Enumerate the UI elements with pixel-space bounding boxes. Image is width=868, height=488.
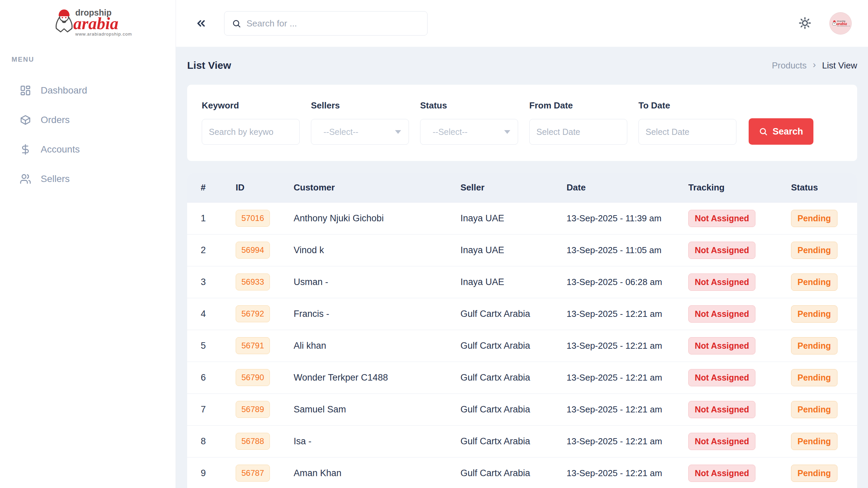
table-row: 4 56792 Francis - Gulf Cartx Arabia 13-S… — [187, 298, 857, 330]
col-header-status: Status — [777, 173, 857, 202]
double-chevron-left-icon — [195, 17, 207, 29]
user-avatar[interactable] — [829, 12, 852, 35]
chevron-right-icon: › — [813, 60, 816, 71]
sidebar-nav: Dashboard Orders Accounts Sellers — [0, 76, 176, 194]
order-id-badge[interactable]: 56792 — [236, 305, 270, 322]
content-area: List View Products › List View Keyword S… — [176, 47, 868, 488]
status-badge: Pending — [791, 337, 837, 354]
search-button[interactable]: Search — [749, 118, 813, 145]
status-badge: Pending — [791, 242, 837, 259]
status-badge: Pending — [791, 369, 837, 386]
avatar-logo-icon — [831, 19, 850, 27]
order-date: 13-Sep-2025 - 11:05 am — [553, 234, 675, 266]
order-date: 13-Sep-2025 - 12:21 am — [553, 457, 675, 488]
table-row: 8 56788 Isa - Gulf Cartx Arabia 13-Sep-2… — [187, 425, 857, 457]
tracking-badge: Not Assigned — [688, 465, 755, 482]
order-date: 13-Sep-2025 - 12:21 am — [553, 393, 675, 425]
accounts-dollar-icon — [20, 144, 31, 155]
search-button-label: Search — [772, 126, 803, 137]
sidebar-item-label: Accounts — [41, 144, 80, 155]
seller-name: Gulf Cartx Arabia — [447, 298, 553, 330]
status-badge: Pending — [791, 465, 837, 482]
sidebar: MENU Dashboard Orders Accounts — [0, 0, 176, 488]
sellers-select-value: --Select-- — [323, 127, 358, 137]
keyword-input[interactable] — [202, 119, 300, 145]
seller-name: Gulf Cartx Arabia — [447, 425, 553, 457]
order-date: 13-Sep-2025 - 12:21 am — [553, 330, 675, 362]
table-row: 2 56994 Vinod k Inaya UAE 13-Sep-2025 - … — [187, 234, 857, 266]
from-date-label: From Date — [529, 100, 627, 111]
tracking-badge: Not Assigned — [688, 242, 755, 259]
seller-name: Inaya UAE — [447, 234, 553, 266]
tracking-badge: Not Assigned — [688, 401, 755, 418]
sellers-select[interactable]: --Select-- — [311, 119, 409, 145]
tracking-badge: Not Assigned — [688, 210, 755, 227]
status-label: Status — [420, 100, 518, 111]
topbar — [176, 0, 868, 47]
seller-name: Gulf Cartx Arabia — [447, 362, 553, 393]
order-id-badge[interactable]: 56791 — [236, 337, 270, 354]
dropship-arabia-logo-icon — [48, 7, 133, 38]
customer-name: Anthony Njuki Gichobi — [280, 202, 447, 234]
sidebar-item-label: Orders — [41, 115, 70, 125]
customer-name: Usman - — [280, 266, 447, 298]
sidebar-item-sellers[interactable]: Sellers — [0, 164, 176, 194]
global-search — [224, 11, 428, 36]
keyword-field: Keyword — [202, 100, 300, 145]
row-number: 7 — [187, 393, 222, 425]
to-date-input[interactable] — [638, 119, 736, 145]
customer-name: Isa - — [280, 425, 447, 457]
order-id-badge[interactable]: 57016 — [236, 210, 270, 227]
order-id-badge[interactable]: 56789 — [236, 401, 270, 418]
page-title: List View — [187, 60, 231, 71]
sellers-users-icon — [20, 173, 31, 185]
tracking-badge: Not Assigned — [688, 369, 755, 386]
status-select[interactable]: --Select-- — [420, 119, 518, 145]
sellers-field: Sellers --Select-- — [311, 100, 409, 145]
global-search-input[interactable] — [246, 18, 420, 29]
status-select-value: --Select-- — [433, 127, 468, 137]
table-row: 7 56789 Samuel Sam Gulf Cartx Arabia 13-… — [187, 393, 857, 425]
order-id-badge[interactable]: 56788 — [236, 433, 270, 450]
row-number: 8 — [187, 425, 222, 457]
col-header-seller: Seller — [447, 173, 553, 202]
order-id-badge[interactable]: 56790 — [236, 369, 270, 386]
col-header-num: # — [187, 173, 222, 202]
seller-name: Gulf Cartx Arabia — [447, 457, 553, 488]
sidebar-item-orders[interactable]: Orders — [0, 105, 176, 135]
from-date-input[interactable] — [529, 119, 627, 145]
row-number: 2 — [187, 234, 222, 266]
order-id-badge[interactable]: 56933 — [236, 273, 270, 290]
breadcrumb-products-link[interactable]: Products — [772, 60, 807, 71]
to-date-field: To Date — [638, 100, 736, 145]
sidebar-collapse-button[interactable] — [195, 16, 210, 31]
table-row: 9 56787 Aman Khan Gulf Cartx Arabia 13-S… — [187, 457, 857, 488]
order-date: 13-Sep-2025 - 06:28 am — [553, 266, 675, 298]
order-id-badge[interactable]: 56994 — [236, 242, 270, 259]
table-row: 6 56790 Wonder Terkper C1488 Gulf Cartx … — [187, 362, 857, 393]
to-date-label: To Date — [638, 100, 736, 111]
orders-table-card: # ID Customer Seller Date Tracking Statu… — [187, 173, 857, 488]
row-number: 9 — [187, 457, 222, 488]
tracking-badge: Not Assigned — [688, 273, 755, 291]
sidebar-item-accounts[interactable]: Accounts — [0, 135, 176, 164]
seller-name: Gulf Cartx Arabia — [447, 393, 553, 425]
row-number: 6 — [187, 362, 222, 393]
row-number: 5 — [187, 330, 222, 362]
theme-toggle-button[interactable] — [798, 16, 812, 31]
order-id-badge[interactable]: 56787 — [236, 465, 270, 482]
status-field: Status --Select-- — [420, 100, 518, 145]
table-row: 5 56791 Ali khan Gulf Cartx Arabia 13-Se… — [187, 330, 857, 362]
table-row: 3 56933 Usman - Inaya UAE 13-Sep-2025 - … — [187, 266, 857, 298]
search-icon — [232, 19, 241, 28]
table-body: 1 57016 Anthony Njuki Gichobi Inaya UAE … — [187, 202, 857, 488]
brand-logo — [48, 7, 133, 39]
orders-table: # ID Customer Seller Date Tracking Statu… — [187, 173, 857, 488]
sidebar-item-dashboard[interactable]: Dashboard — [0, 76, 176, 105]
customer-name: Francis - — [280, 298, 447, 330]
customer-name: Aman Khan — [280, 457, 447, 488]
order-date: 13-Sep-2025 - 12:21 am — [553, 362, 675, 393]
customer-name: Samuel Sam — [280, 393, 447, 425]
chevron-down-icon — [395, 130, 401, 134]
keyword-label: Keyword — [202, 100, 300, 111]
